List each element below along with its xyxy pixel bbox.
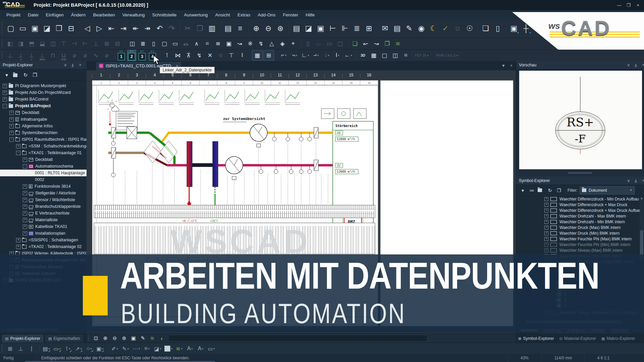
antenna-symbol[interactable]: ∿ [91, 50, 101, 60]
panel-splitter[interactable] [516, 169, 644, 177]
tree-item[interactable]: +Deckblatt [0, 156, 87, 163]
print[interactable]: ⊟ [65, 22, 77, 35]
frame-symbol[interactable]: ▣ [224, 39, 234, 49]
window-plan[interactable]: ◫ [390, 50, 400, 60]
page-first[interactable]: ⇤ [106, 22, 117, 35]
symbol-list-item[interactable]: +Waechter Niveau (Max) BMK intern [516, 247, 640, 253]
door-plan[interactable]: ▢ [379, 50, 389, 60]
beam-symbol[interactable]: I [237, 50, 247, 60]
select-list[interactable]: ▤✓▾ [41, 344, 51, 353]
tree-item[interactable]: -=TKA01 : Teilklimaanlage 01 [0, 149, 87, 156]
explorer-tab-symbol-explorer[interactable]: ⊞Symbol-Explorer [518, 336, 554, 341]
tree-item[interactable]: +=TKA02 : Teilklimaanlage 02 [0, 243, 87, 250]
symbol-list-item[interactable]: +Waechter Drehzahl - Min BMK intern [516, 219, 640, 225]
menu-auswertung[interactable]: Auswertung [180, 12, 211, 17]
symbol-list-item[interactable]: +Waechter Differenzdruck + Max Druck [516, 202, 640, 207]
copy-structure[interactable]: ❐ [31, 71, 39, 79]
plc-chip[interactable]: ▦ [252, 50, 263, 61]
tree-item[interactable]: +Kabelliste TKA01 [0, 223, 87, 230]
menu-projekt[interactable]: Projekt [3, 12, 24, 17]
redo[interactable]: ↷ [166, 22, 177, 35]
ground-symbol-1[interactable]: ⊥ [5, 50, 15, 60]
tab-list-icon[interactable]: ▼ [501, 63, 505, 68]
select-circle[interactable]: ○✓▾ [84, 344, 94, 353]
corner-top-left[interactable]: ⌐▾ [279, 50, 289, 60]
menu-hilfe[interactable]: Hilfe [302, 12, 318, 17]
page-frame[interactable]: ▣ [129, 334, 138, 342]
line-style[interactable]: ⋯▾ [131, 344, 141, 353]
tree-structure[interactable]: ⊢ [327, 22, 338, 35]
symbol-list-item[interactable]: +Waechter Druck (Min) BMK intern [516, 230, 640, 236]
tree-item[interactable]: -Automationsschema [0, 163, 87, 170]
symbol-list-item[interactable]: +Waechter Differenzdruck - Min Druck Auf… [516, 196, 640, 202]
tree-item[interactable]: +Installationsplan [0, 230, 87, 237]
left-tab-eigenschaften[interactable]: ▤Eigenschaften [45, 334, 84, 343]
tree-item[interactable]: +PI Diagramm Musterprojekt [0, 82, 87, 89]
anchor-point[interactable]: ⌖ [288, 39, 298, 49]
corner-bottom-right[interactable]: ⌐▾ [311, 50, 321, 60]
tree-item[interactable]: -Projekt BAProject [0, 103, 87, 109]
lamp-symbol-2[interactable]: ⌓ [314, 39, 324, 49]
cable-type-field-1[interactable]: FEY 16 ▾ [413, 52, 431, 59]
visibility[interactable]: ◉ [416, 22, 427, 35]
tall-door-symbol[interactable]: ▯ [149, 39, 159, 49]
roof-symbol[interactable]: ∧ [192, 39, 202, 49]
tree-item[interactable]: +Deckblatt [0, 109, 87, 116]
collapse-icon[interactable]: ∨ [62, 63, 69, 67]
vertical-window[interactable]: ▯ [492, 22, 503, 35]
mail[interactable]: ✉ [379, 22, 391, 35]
tree-menu[interactable]: ▾ [2, 71, 11, 79]
menu-verwaltung[interactable]: Verwaltung [119, 12, 149, 17]
ladder-symbol[interactable]: ⌗ [202, 39, 212, 49]
line-left[interactable]: ←▾ [343, 50, 353, 60]
explorer-tab-material-explorer[interactable]: ⊟Material-Explorer [559, 336, 596, 341]
paste[interactable]: ▥ [206, 22, 218, 35]
align-right[interactable]: ◨ [16, 39, 26, 49]
doc-export[interactable]: ◪ [303, 22, 314, 35]
symbol-list-item[interactable]: +Waechter Feuchte Phi (Min) BMK intern [516, 242, 640, 247]
ruler-vertical[interactable]: | [26, 344, 37, 353]
pencil-tool[interactable]: ✎▾ [120, 344, 130, 353]
wire-node[interactable]: ↝ [234, 39, 245, 49]
menu-einf-gen[interactable]: Einfügen [42, 12, 67, 17]
new-folder[interactable] [12, 71, 20, 79]
fence-plan[interactable]: ⌗ [401, 50, 411, 60]
nav-forward[interactable]: ▷ [94, 22, 105, 35]
group-new[interactable]: ❐ [382, 39, 392, 49]
damper-symbol[interactable]: ⊼ [183, 50, 194, 60]
refresh-icon[interactable]: ↻ [546, 186, 554, 194]
menu-datei[interactable]: Datei [24, 12, 42, 17]
check-document[interactable]: ✓ [440, 22, 451, 35]
align-center[interactable]: ◫ [48, 39, 58, 49]
pen-tool[interactable]: ✐▾ [110, 344, 120, 353]
lightning-symbol[interactable]: ↯ [256, 39, 266, 49]
save-as[interactable]: ◪ [41, 22, 53, 35]
symbol-list-item[interactable]: +Waechter Feuchte Phi (Max) BMK intern [516, 236, 640, 242]
tree-item[interactable]: +Sensor / Wächterliste [0, 196, 87, 203]
t-symbol[interactable]: ⊤ [226, 50, 236, 60]
save[interactable]: ▣ [29, 22, 41, 35]
menu-schnittstelle[interactable]: Schnittstelle [149, 12, 180, 17]
tree-item[interactable]: -ISP01 Raumlufttechnik : ISP01 Raumlu [0, 136, 87, 143]
explorer-tab-makro-explorer[interactable]: ▦Makro-Explorer [601, 336, 635, 341]
align-bottom[interactable]: ⬓ [37, 39, 47, 49]
page-fast-forward[interactable]: ↠ [142, 22, 153, 35]
center-horizontal[interactable]: ⊞ [102, 39, 112, 49]
save-all[interactable]: ❒ [53, 22, 65, 35]
left-tab-projekt-explorer[interactable]: ▤Projekt-Explorer [1, 334, 44, 343]
select-pin[interactable]: ⊺✓▾ [63, 344, 73, 353]
pin-icon[interactable]: Ŧ [69, 63, 76, 67]
cross-symbol[interactable]: ✕ [205, 50, 215, 60]
tree-item[interactable]: +Funktionsliste 3814 [0, 183, 87, 190]
tree-item[interactable]: +Brandschutzklappenliste [0, 203, 87, 210]
lamp-symbol[interactable]: ▯ [303, 39, 313, 49]
text-style[interactable]: A▾ [185, 344, 195, 353]
layer-select[interactable]: ≋▾ [174, 344, 184, 353]
wall-plan[interactable]: ▦ [369, 50, 379, 60]
nav-back[interactable]: ◁ [82, 22, 93, 35]
corner-top-right[interactable]: ¬▾ [289, 50, 300, 60]
folder-icon[interactable] [537, 186, 545, 194]
select-wire[interactable]: ↗✓▾ [73, 344, 84, 353]
symbol-list-item[interactable]: +Waechter Druck (Max) BMK intern [516, 225, 640, 230]
new-document[interactable]: ▢ [5, 22, 16, 35]
